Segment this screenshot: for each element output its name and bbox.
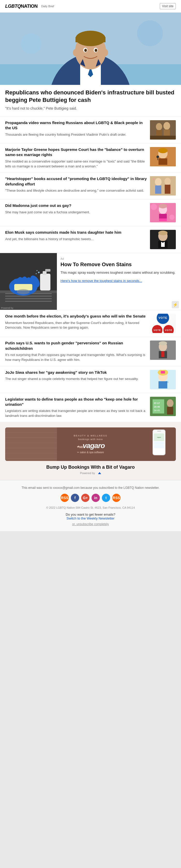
switch-newsletter-link[interactable]: Switch to the Weekly Newsletter (67, 517, 114, 520)
svg-point-70 (38, 272, 40, 273)
article-thumb-8: rta (150, 370, 176, 389)
article-title-1[interactable]: Propaganda video warns fleeing Russians … (5, 120, 147, 131)
svg-point-41 (159, 204, 167, 209)
logo-lgbtq: LGBTQ (5, 4, 21, 9)
vagaro-ad: beauty & wellness bookings with more ✦va… (0, 422, 181, 480)
article-row-2: Marjorie Taylor Greene hopes Supreme Cou… (0, 144, 181, 173)
article-excerpt-3: "These books and lifestyle choices are d… (5, 188, 147, 193)
svg-rect-24 (150, 136, 176, 140)
svg-point-72 (36, 273, 37, 274)
ad-cta-link[interactable]: Here's how to remove the toughest stains… (60, 278, 177, 283)
hero-title: Republicans who denounced Biden's infras… (5, 89, 176, 104)
visit-site-link[interactable]: Visit site (160, 3, 176, 9)
svg-point-18 (21, 33, 42, 54)
ad-content: Ad How To Remove Oven Stains This magic … (57, 253, 181, 310)
vagaro-banner: beauty & wellness bookings with more ✦va… (5, 427, 176, 461)
svg-point-43 (151, 204, 157, 210)
svg-point-89 (167, 399, 174, 407)
article-title-7[interactable]: Putin says U.S. wants to push gender "pe… (5, 340, 147, 351)
svg-point-28 (158, 148, 167, 153)
footer-unsubscribe: or, unsubscribe completely (5, 522, 176, 526)
vagaro-logo: ✦vavagaro (76, 442, 105, 450)
article-thumb-4 (150, 203, 176, 222)
svg-text:rta: rta (165, 380, 169, 383)
ad-powered-label: Powered by (1, 307, 14, 309)
article-row-3: "Heartstopper" books accused of "promoti… (0, 173, 181, 199)
article-thumb-9: 37-17 15-46 34-45 (150, 397, 176, 416)
svg-point-22 (163, 122, 170, 130)
svg-point-32 (155, 178, 162, 186)
article-text-1: Propaganda video warns fleeing Russians … (5, 120, 147, 137)
article-title-3[interactable]: "Heartstopper" books accused of "promoti… (5, 176, 147, 187)
article-text-2: Marjorie Taylor Greene hopes Supreme Cou… (5, 147, 147, 169)
svg-point-12 (95, 49, 97, 52)
svg-point-71 (36, 270, 37, 271)
article-row-8: JoJo Siwa shares her "gay awakening" sto… (0, 366, 181, 393)
daily-brief-label: Daily Brief (41, 5, 54, 8)
svg-point-29 (156, 156, 159, 158)
svg-rect-30 (157, 158, 158, 160)
vagaro-powered: Powered by (5, 471, 176, 475)
svg-text:✦: ✦ (171, 177, 173, 179)
article-text-8: JoJo Siwa shares her "gay awakening" sto… (5, 370, 147, 381)
hero-figure (0, 13, 181, 85)
article-thumb-6: VOTE VOTE VOTE (150, 314, 176, 333)
svg-rect-27 (158, 158, 167, 165)
svg-rect-8 (76, 37, 105, 42)
svg-point-77 (159, 341, 167, 345)
article-excerpt-7: It's not surprising that Putin opposes g… (5, 352, 147, 363)
article-text-9: Legislator wants to define trans people … (5, 397, 147, 418)
ad-body: This magic spray easily removes toughest… (60, 270, 177, 275)
article-excerpt-4: She may have just come out via a fuchsia… (5, 210, 147, 215)
social-feed-icon[interactable]: RSS (112, 494, 121, 502)
article-title-4[interactable]: Did Madonna just come out as gay? (5, 203, 147, 208)
svg-rect-81 (161, 371, 165, 373)
svg-point-20 (156, 123, 162, 130)
article-title-5[interactable]: Elon Musk says communists made his trans… (5, 230, 147, 235)
svg-point-51 (158, 230, 167, 235)
hero-excerpt: "It's hard not to chuckle," Pete Buttigi… (5, 106, 176, 111)
article-title-6[interactable]: One month before the election, it's anyb… (5, 314, 147, 319)
ad-title: How To Remove Oven Stains (60, 261, 177, 268)
article-title-8[interactable]: JoJo Siwa shares her "gay awakening" sto… (5, 370, 147, 375)
article-excerpt-5: And yet, the billionaire has a history o… (5, 237, 147, 242)
article-title-2[interactable]: Marjorie Taylor Greene hopes Supreme Cou… (5, 147, 147, 158)
ad-icon: ⚡ (172, 301, 179, 308)
vagaro-title: Bump Up Bookings With a Bit of Vagaro (5, 465, 176, 470)
header: LGBTQNATION Daily Brief Visit site (0, 0, 181, 13)
svg-rect-35 (165, 185, 171, 194)
header-logo: LGBTQNATION Daily Brief (5, 4, 54, 9)
svg-point-14 (103, 49, 108, 56)
svg-rect-68 (43, 271, 47, 275)
svg-text:✦: ✦ (153, 178, 155, 181)
article-row-9: Legislator wants to define trans people … (0, 393, 181, 422)
svg-point-17 (137, 20, 163, 46)
footer: This email was sent to xxxxxx@gmail.com … (0, 480, 181, 531)
article-excerpt-8: The out singer shared a couple celebrity… (5, 377, 147, 381)
unsubscribe-link[interactable]: or, unsubscribe completely (72, 522, 109, 526)
social-rss-icon[interactable]: RSS (60, 494, 69, 502)
article-thumb-1 (150, 120, 176, 140)
oven-stains-ad: Powered by Ad How To Remove Oven Stains … (0, 253, 181, 310)
svg-point-66 (17, 289, 30, 294)
svg-rect-69 (45, 269, 50, 272)
social-facebook-icon[interactable]: f (71, 494, 79, 502)
social-instagram-icon[interactable]: in (92, 494, 100, 502)
article-excerpt-2: She nodded as a conservative supporter s… (5, 159, 147, 169)
logo-nation: NATION (21, 4, 38, 9)
svg-point-44 (170, 215, 175, 220)
svg-point-11 (84, 49, 87, 52)
footer-note: This email was sent to xxxxxx@gmail.com … (5, 486, 176, 490)
article-text-5: Elon Musk says communists made his trans… (5, 230, 147, 242)
social-twitter-icon[interactable]: t (102, 494, 110, 502)
svg-rect-90 (167, 407, 173, 414)
svg-rect-33 (155, 185, 161, 194)
svg-point-13 (73, 49, 78, 56)
svg-rect-67 (40, 274, 50, 290)
article-thumb-7 (150, 340, 176, 360)
article-excerpt-6: Momentum favored Republicans, then after… (5, 321, 147, 331)
article-title-9[interactable]: Legislator wants to define trans people … (5, 397, 147, 407)
article-text-6: One month before the election, it's anyb… (5, 314, 147, 330)
social-googleplus-icon[interactable]: G+ (81, 494, 89, 502)
email-wrapper: LGBTQNATION Daily Brief Visit site (0, 0, 181, 531)
